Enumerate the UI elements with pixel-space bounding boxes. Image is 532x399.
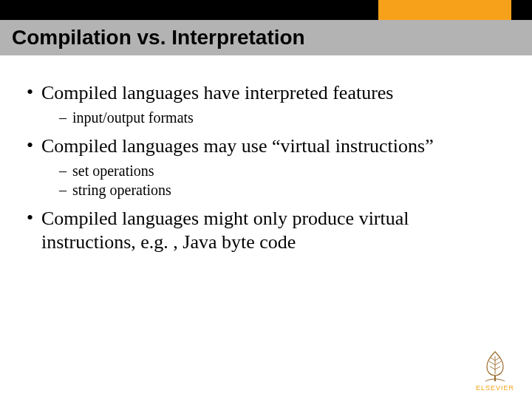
sub-bullet-item: – input/output formats — [59, 108, 505, 127]
title-bar: Compilation vs. Interpretation — [0, 20, 532, 55]
sub-bullet-marker: – — [59, 108, 72, 127]
sub-bullet-text: input/output formats — [72, 108, 194, 127]
slide-title: Compilation vs. Interpretation — [0, 26, 305, 50]
bullet-text: Compiled languages might only produce vi… — [41, 207, 505, 254]
bullet-marker: • — [27, 134, 41, 157]
sub-bullet-item: – string operations — [59, 180, 505, 200]
sub-bullet-marker: – — [59, 180, 72, 200]
publisher-name: ELSEVIER — [471, 384, 519, 392]
publisher-logo: ELSEVIER — [471, 349, 519, 392]
bullet-list: • Compiled languages have interpreted fe… — [27, 81, 505, 254]
sub-bullet-item: – set operations — [59, 161, 505, 180]
bullet-item: • Compiled languages might only produce … — [27, 207, 505, 254]
bullet-item: • Compiled languages may use “virtual in… — [27, 134, 505, 200]
slide-body: • Compiled languages have interpreted fe… — [27, 81, 505, 259]
sub-bullet-list: – set operations – string operations — [59, 161, 505, 200]
sub-bullet-list: – input/output formats — [59, 108, 505, 127]
sub-bullet-text: set operations — [72, 161, 154, 180]
bullet-item: • Compiled languages have interpreted fe… — [27, 81, 505, 127]
bullet-text: Compiled languages may use “virtual inst… — [41, 134, 434, 158]
tree-icon — [478, 349, 512, 383]
bullet-text: Compiled languages have interpreted feat… — [41, 81, 393, 105]
bullet-marker: • — [27, 81, 41, 103]
bullet-marker: • — [27, 207, 41, 229]
sub-bullet-text: string operations — [72, 180, 171, 200]
sub-bullet-marker: – — [59, 161, 72, 180]
